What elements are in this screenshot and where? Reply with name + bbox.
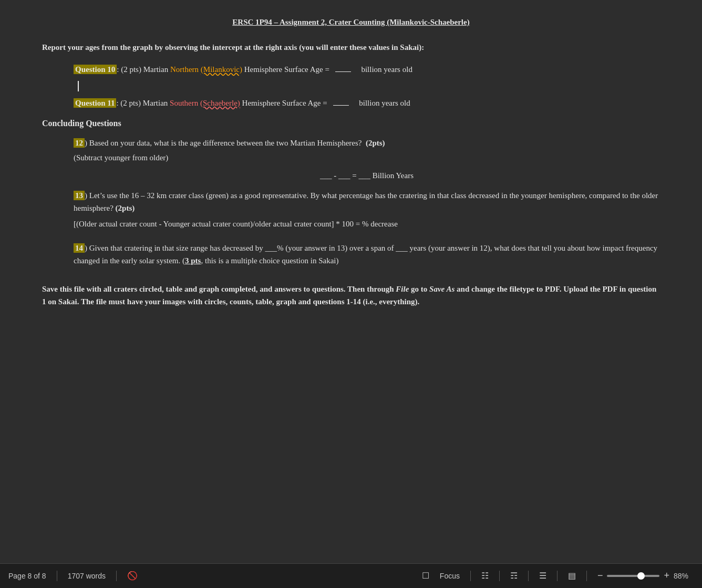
question-12-block: 12) Based on your data, what is the age … [74, 137, 660, 182]
zoom-in-button[interactable]: + [664, 570, 669, 581]
q13-number: 13 [74, 191, 85, 200]
divider-7 [586, 571, 587, 581]
q10-blank [335, 71, 351, 72]
spell-check-icon[interactable]: 🚫 [127, 569, 138, 583]
zoom-thumb[interactable] [637, 572, 645, 580]
zoom-out-button[interactable]: − [597, 570, 603, 581]
align-icon[interactable]: ▤ [568, 569, 576, 583]
zoom-percent: 88% [674, 570, 694, 582]
q11-blank [333, 105, 349, 106]
divider-2 [116, 571, 117, 581]
list-layout-icon[interactable]: ☰ [539, 569, 546, 583]
save-instructions: Save this file with all craters circled,… [42, 283, 660, 308]
question-11-block: Question 11: (2 pts) Martian Southern (S… [74, 97, 660, 109]
question-14-block: 14) Given that cratering in that size ra… [74, 242, 660, 267]
divider-6 [557, 571, 558, 581]
divider-4 [499, 571, 500, 581]
question-10-block: Question 10: (2 pts) Martian Northern (M… [74, 63, 660, 91]
q12-number: 12 [74, 138, 85, 148]
schaeberle-label: (Schaeberle) [200, 99, 240, 107]
concluding-heading: Concluding Questions [42, 117, 660, 130]
northern-label: Northern [170, 65, 199, 74]
immersive-reader-icon[interactable]: ☐ [422, 569, 429, 583]
zoom-controls: − + 88% [597, 570, 694, 582]
word-count: 1707 words [68, 570, 106, 582]
question-11-line: Question 11: (2 pts) Martian Southern (S… [74, 97, 660, 109]
q10-label: Question 10 [74, 65, 117, 74]
intro-paragraph: Report your ages from the graph by obser… [42, 41, 660, 54]
document-title: ERSC 1P94 – Assignment 2, Crater Countin… [42, 16, 660, 28]
q11-label: Question 11 [74, 98, 116, 108]
web-layout-icon[interactable]: ☶ [510, 569, 518, 583]
divider-1 [57, 571, 57, 581]
status-bar: Page 8 of 8 1707 words 🚫 ☐ Focus ☷ ☶ ☰ ▤… [0, 563, 702, 588]
focus-label[interactable]: Focus [440, 570, 460, 582]
divider-5 [528, 571, 529, 581]
page-info: Page 8 of 8 [8, 570, 46, 582]
q14-number: 14 [74, 243, 85, 253]
q12-formula: ___ - ___ = ___ Billion Years [74, 169, 660, 182]
text-cursor [78, 81, 79, 91]
milankovic-label: (Milankovic) [201, 65, 242, 74]
title-text: ERSC 1P94 – Assignment 2, Crater Countin… [232, 18, 469, 26]
question-10-line: Question 10: (2 pts) Martian Northern (M… [74, 63, 660, 76]
zoom-slider[interactable] [607, 575, 659, 577]
question-13-block: 13) Let’s use the 16 – 32 km crater clas… [74, 189, 660, 230]
divider-3 [470, 571, 471, 581]
southern-label: Southern [170, 99, 198, 107]
document-area: ERSC 1P94 – Assignment 2, Crater Countin… [0, 0, 702, 563]
intro-text: Report your ages from the graph by obser… [42, 43, 424, 51]
print-layout-icon[interactable]: ☷ [481, 569, 489, 583]
